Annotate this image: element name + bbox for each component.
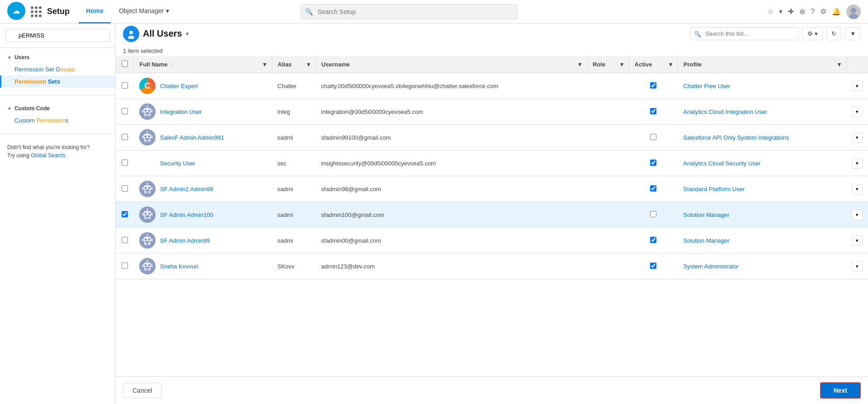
row-checkbox[interactable] <box>122 185 128 192</box>
user-active-checkbox[interactable] <box>650 237 656 243</box>
row-action-button[interactable]: ▾ <box>852 107 863 117</box>
row-action-cell[interactable]: ▾ <box>846 125 868 150</box>
row-checkbox-cell[interactable] <box>116 176 134 202</box>
user-active-checkbox[interactable] <box>650 82 656 89</box>
user-active-checkbox[interactable] <box>650 160 656 166</box>
gear-icon[interactable]: ⚙ <box>820 7 826 16</box>
col-header-username[interactable]: Username ▾ <box>316 56 587 73</box>
user-name-link[interactable]: SF Admin Admin99 <box>160 237 210 244</box>
row-checkbox[interactable] <box>122 108 128 114</box>
user-active-cell[interactable] <box>629 99 678 125</box>
star-icon[interactable]: ☆ <box>767 7 774 16</box>
user-active-cell[interactable] <box>629 125 678 150</box>
user-active-cell[interactable] <box>629 254 678 279</box>
user-active-cell[interactable] <box>629 73 678 99</box>
row-action-cell[interactable]: ▾ <box>846 176 868 202</box>
svg-point-70 <box>146 259 148 261</box>
add-icon[interactable]: ✚ <box>788 7 794 16</box>
svg-rect-13 <box>145 113 150 113</box>
sidebar-section-custom-code-header[interactable]: ▼ Custom Code <box>0 103 115 114</box>
cancel-button[interactable]: Cancel <box>123 383 162 398</box>
user-name-link[interactable]: Chatter Expert <box>160 83 198 89</box>
user-name-link[interactable]: Security User <box>160 160 195 167</box>
row-checkbox[interactable] <box>122 160 128 166</box>
global-search-input[interactable] <box>301 4 518 19</box>
row-action-button[interactable]: ▾ <box>852 132 863 143</box>
row-checkbox[interactable] <box>122 82 128 89</box>
tab-home[interactable]: Home <box>79 0 111 23</box>
user-name-link[interactable]: SalesF Admin Admin991 <box>160 134 224 141</box>
user-name-link[interactable]: SF Admin Admin100 <box>160 211 213 218</box>
row-checkbox[interactable] <box>122 237 128 243</box>
row-action-cell[interactable]: ▾ <box>846 202 868 228</box>
row-action-cell[interactable]: ▾ <box>846 228 868 254</box>
col-header-full-name[interactable]: Full Name ↑ ▾ <box>134 56 272 73</box>
col-header-role[interactable]: Role ▾ <box>587 56 629 73</box>
user-active-checkbox[interactable] <box>650 211 656 217</box>
row-action-button[interactable]: ▾ <box>852 158 863 169</box>
row-action-button[interactable]: ▾ <box>852 81 863 91</box>
user-active-cell[interactable] <box>629 228 678 254</box>
col-dropdown-icon: ▾ <box>669 61 672 68</box>
user-avatar[interactable] <box>846 5 861 19</box>
row-checkbox-cell[interactable] <box>116 150 134 176</box>
cloud-icon[interactable]: ⊕ <box>799 7 805 16</box>
refresh-button[interactable]: ↻ <box>826 27 841 40</box>
row-checkbox[interactable] <box>122 134 128 140</box>
svg-rect-60 <box>142 239 144 241</box>
sidebar-item-permission-sets[interactable]: Permission Sets <box>0 75 115 88</box>
user-active-checkbox[interactable] <box>650 185 656 192</box>
row-action-cell[interactable]: ▾ <box>846 150 868 176</box>
row-action-button[interactable]: ▾ <box>852 261 863 272</box>
select-all-checkbox[interactable] <box>122 61 128 67</box>
row-checkbox-cell[interactable] <box>116 254 134 279</box>
bell-icon[interactable]: 🔔 <box>832 7 841 16</box>
user-active-cell[interactable] <box>629 176 678 202</box>
next-button[interactable]: Next <box>820 382 861 399</box>
row-checkbox-cell[interactable] <box>116 125 134 150</box>
global-search-link[interactable]: Global Search <box>31 152 65 159</box>
row-action-cell[interactable]: ▾ <box>846 73 868 99</box>
col-header-active[interactable]: Active ▾ <box>629 56 678 73</box>
col-header-alias[interactable]: Alias ▾ <box>272 56 316 73</box>
row-action-button[interactable]: ▾ <box>852 235 863 246</box>
title-dropdown-icon[interactable]: ▾ <box>186 31 189 37</box>
sidebar-item-custom-permissions[interactable]: Custom Permissions <box>0 114 115 127</box>
row-checkbox-cell[interactable] <box>116 228 134 254</box>
tab-object-manager[interactable]: Object Manager ▾ <box>112 0 176 23</box>
item-selected-info: 1 item selected <box>123 47 861 54</box>
row-checkbox-cell[interactable] <box>116 202 134 228</box>
user-active-checkbox[interactable] <box>650 134 656 140</box>
app-switcher[interactable] <box>31 6 42 17</box>
help-icon[interactable]: ? <box>811 8 815 16</box>
dropdown-icon[interactable]: ▾ <box>779 7 783 16</box>
select-all-header[interactable] <box>116 56 134 73</box>
row-action-cell[interactable]: ▾ <box>846 254 868 279</box>
svg-rect-39 <box>151 187 153 190</box>
sidebar-search-input[interactable] <box>5 29 110 42</box>
user-active-checkbox[interactable] <box>650 108 656 114</box>
sidebar-section-users-header[interactable]: ▼ Users <box>0 52 115 63</box>
col-header-profile[interactable]: Profile ▾ <box>678 56 846 73</box>
user-active-cell[interactable] <box>629 202 678 228</box>
row-checkbox-cell[interactable] <box>116 73 134 99</box>
user-alias-cell: SKovv <box>272 254 316 279</box>
user-role-cell <box>587 73 629 99</box>
row-checkbox[interactable] <box>122 211 128 217</box>
filter-button[interactable]: ▼ <box>845 27 861 40</box>
row-checkbox-cell[interactable] <box>116 99 134 125</box>
user-active-cell[interactable] <box>629 150 678 176</box>
row-action-cell[interactable]: ▾ <box>846 99 868 125</box>
user-name-link[interactable]: Integration User <box>160 108 202 115</box>
list-search-input[interactable] <box>690 27 799 40</box>
sidebar-item-permission-set-groups[interactable]: Permission Set Groups <box>0 63 115 75</box>
user-username-cell: insightssecurity@00d5i00000cyevoea5.com <box>316 150 587 176</box>
user-name-link[interactable]: SF Admin2 Admin98 <box>160 186 213 193</box>
row-action-button[interactable]: ▾ <box>852 210 863 220</box>
user-name-link[interactable]: Sneha Kovvuri <box>160 263 198 270</box>
salesforce-logo[interactable]: ☁ <box>7 2 25 21</box>
user-active-checkbox[interactable] <box>650 263 656 269</box>
row-action-button[interactable]: ▾ <box>852 184 863 194</box>
settings-button[interactable]: ⚙ ▾ <box>802 27 823 40</box>
row-checkbox[interactable] <box>122 263 128 269</box>
